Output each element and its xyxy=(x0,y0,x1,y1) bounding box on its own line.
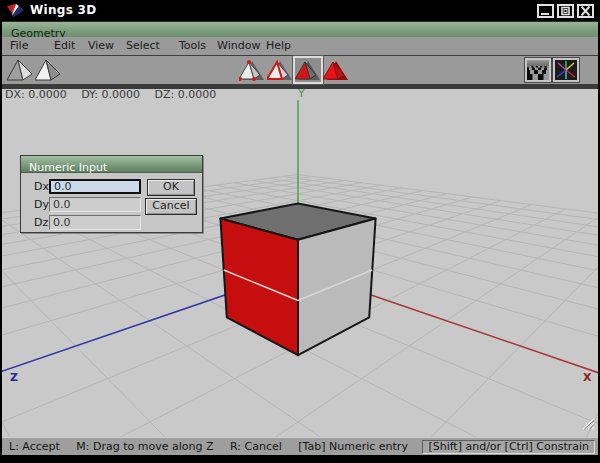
numeric-input-dialog: Numeric Input Dx Dy Dz OK Cancel xyxy=(20,155,203,233)
scene-canvas[interactable] xyxy=(2,89,598,437)
face-select-mode-icon[interactable] xyxy=(295,58,321,82)
menu-select[interactable]: Select xyxy=(126,37,160,55)
dy-input[interactable] xyxy=(49,197,141,212)
cancel-button[interactable]: Cancel xyxy=(145,198,197,215)
dy-field-label: Dy xyxy=(34,198,49,211)
flat-shaded-pyramid-icon[interactable] xyxy=(35,58,61,82)
dy-readout: DY: 0.0000 xyxy=(81,89,140,101)
geometry-window-header[interactable]: Geometry xyxy=(2,21,598,37)
hint-left-click: L: Accept xyxy=(9,440,60,453)
menu-window[interactable]: Window xyxy=(217,37,260,55)
hint-tab-numeric: [Tab] Numeric entry xyxy=(298,440,408,453)
close-button[interactable] xyxy=(577,4,594,18)
edge-select-mode-icon[interactable] xyxy=(267,58,293,82)
window-bottom-edge xyxy=(2,455,598,463)
hint-middle-drag: M: Drag to move along Z xyxy=(76,440,213,453)
axes-toggle-icon[interactable] xyxy=(553,58,579,82)
menu-tools[interactable]: Tools xyxy=(179,37,206,55)
dz-field-label: Dz xyxy=(34,216,48,229)
menu-bar: File Edit View Select Tools Window Help xyxy=(2,37,598,56)
dx-input[interactable] xyxy=(49,179,141,194)
dx-field-label: Dx xyxy=(34,180,49,193)
menu-help[interactable]: Help xyxy=(266,37,291,55)
vertex-select-mode-icon[interactable] xyxy=(239,58,265,82)
dx-readout: DX: 0.0000 xyxy=(5,89,67,101)
mouse-hints: L: Accept M: Drag to move along Z R: Can… xyxy=(9,438,421,455)
dialog-body: Dx Dy Dz OK Cancel xyxy=(21,173,202,233)
wings3d-window: Wings 3D Geometry File Edit View Select … xyxy=(0,0,600,463)
menu-file[interactable]: File xyxy=(10,37,28,55)
menu-view[interactable]: View xyxy=(88,37,114,55)
body-select-mode-icon[interactable] xyxy=(323,58,349,82)
minimize-button[interactable] xyxy=(537,4,554,18)
x-axis-label: X xyxy=(583,371,591,384)
toolbar xyxy=(2,56,598,84)
dialog-title-bar[interactable]: Numeric Input xyxy=(21,156,202,173)
resize-grip[interactable] xyxy=(581,415,595,434)
y-axis-label: Y xyxy=(298,89,305,100)
status-bar: L: Accept M: Drag to move along Z R: Can… xyxy=(2,437,598,455)
ok-button[interactable]: OK xyxy=(147,179,195,196)
geometry-viewport[interactable]: DX: 0.0000 DY: 0.0000 DZ: 0.0000 Y X Z xyxy=(2,89,598,437)
window-title: Wings 3D xyxy=(30,3,97,17)
maximize-button[interactable] xyxy=(557,4,574,18)
dz-input[interactable] xyxy=(49,215,141,230)
wings3d-logo-icon xyxy=(6,3,26,22)
hint-right-click: R: Cancel xyxy=(230,440,282,453)
z-axis-label: Z xyxy=(10,371,18,384)
constrain-hint: [Shift] and/or [Ctrl] Constrain xyxy=(422,440,595,454)
title-bar: Wings 3D xyxy=(2,0,598,21)
ground-plane-toggle-icon[interactable] xyxy=(525,58,551,82)
drag-info-line: DX: 0.0000 DY: 0.0000 DZ: 0.0000 xyxy=(5,89,227,101)
menu-edit[interactable]: Edit xyxy=(54,37,75,55)
dz-readout: DZ: 0.0000 xyxy=(155,89,217,101)
smooth-shaded-pyramid-icon[interactable] xyxy=(7,58,33,82)
